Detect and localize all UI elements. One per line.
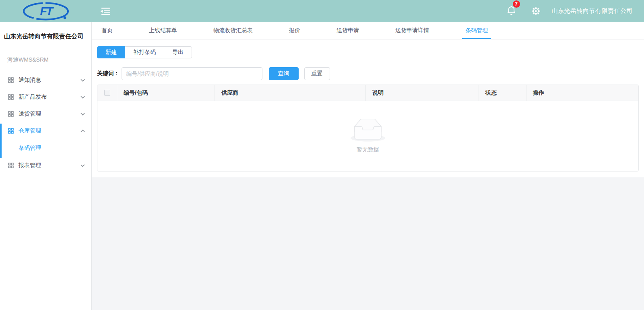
table-header-row: 编号/包码 供应商 说明 状态 操作	[97, 85, 638, 101]
sidebar-item-warehouse[interactable]: 仓库管理	[0, 122, 91, 139]
toolbar: 新建 补打条码 导出	[97, 46, 192, 58]
tab-barcode-management[interactable]: 条码管理	[465, 22, 488, 39]
export-button[interactable]: 导出	[164, 46, 192, 58]
current-company-name[interactable]: 山东光岳转向节有限责任公司	[552, 7, 633, 15]
sidebar-item-label: 新产品发布	[19, 93, 80, 101]
keyword-input[interactable]	[122, 67, 262, 80]
sidebar: 山东光岳转向节有限责任公司 海通WMS&SRM 通知消息	[0, 22, 92, 310]
column-header-description: 说明	[365, 85, 479, 101]
sidebar-company-name: 山东光岳转向节有限责任公司	[0, 22, 91, 40]
notification-badge: 7	[513, 0, 520, 8]
select-all-cell	[97, 85, 117, 101]
reprint-barcode-button[interactable]: 补打条码	[125, 46, 164, 58]
tab-bar: 首页 上线结算单 物流收货汇总表 报价 送货申请 送货申请详情 条码管理	[92, 22, 644, 39]
sidebar-subitem-label: 条码管理	[19, 145, 41, 152]
grid-icon	[8, 94, 14, 100]
logo-text: FT	[40, 5, 54, 18]
keyword-label: 关键词 :	[97, 70, 118, 77]
sidebar-item-new-product[interactable]: 新产品发布	[0, 89, 91, 105]
reset-button[interactable]: 重置	[304, 67, 330, 80]
empty-state-text: 暂无数据	[357, 146, 379, 153]
column-header-supplier: 供应商	[215, 85, 365, 101]
empty-tray-icon	[349, 119, 386, 143]
empty-state: 暂无数据	[97, 101, 638, 171]
select-all-checkbox[interactable]	[104, 90, 110, 96]
grid-icon	[8, 128, 14, 134]
tab-delivery-request[interactable]: 送货申请	[336, 22, 359, 39]
sidebar-menu: 通知消息 新产品发布	[0, 72, 91, 174]
barcode-table: 编号/包码 供应商 说明 状态 操作 暂无数据	[97, 85, 639, 172]
chevron-down-icon	[80, 79, 85, 82]
grid-icon	[8, 163, 14, 168]
query-button[interactable]: 查询	[269, 67, 299, 80]
search-bar: 关键词 : 查询 重置	[97, 67, 639, 80]
sidebar-item-reports[interactable]: 报表管理	[0, 157, 91, 174]
active-menu-indicator	[0, 124, 2, 158]
column-header-code: 编号/包码	[117, 85, 215, 101]
sidebar-item-notifications[interactable]: 通知消息	[0, 72, 91, 89]
content-card: 新建 补打条码 导出 关键词 : 查询 重置 编号/包码 供应商 说明	[92, 39, 644, 177]
chevron-down-icon	[80, 113, 85, 116]
notifications-bell-icon[interactable]: 7	[507, 5, 516, 17]
tab-home[interactable]: 首页	[101, 22, 113, 39]
content-background	[92, 177, 644, 310]
column-header-status: 状态	[479, 85, 526, 101]
tab-delivery-request-detail[interactable]: 送货申请详情	[395, 22, 429, 39]
sidebar-item-label: 送货管理	[19, 110, 80, 118]
sidebar-fold-icon[interactable]	[100, 7, 110, 15]
grid-icon	[8, 111, 14, 117]
settings-gear-icon[interactable]	[531, 6, 541, 16]
main-area: 首页 上线结算单 物流收货汇总表 报价 送货申请 送货申请详情 条码管理 新建 …	[92, 22, 644, 310]
company-logo-icon: FT	[22, 2, 70, 21]
sidebar-subitem-barcode[interactable]: 条码管理	[0, 139, 91, 157]
logo-zone: FT	[0, 0, 92, 22]
sidebar-item-label: 通知消息	[19, 76, 80, 84]
app-header: FT 7 山东光岳转向节有限责	[0, 0, 644, 22]
sidebar-item-delivery[interactable]: 送货管理	[0, 105, 91, 122]
tab-logistics-summary[interactable]: 物流收货汇总表	[213, 22, 253, 39]
chevron-up-icon	[80, 130, 85, 132]
tab-quotation[interactable]: 报价	[289, 22, 300, 39]
system-name: 海通WMS&SRM	[0, 40, 91, 64]
sidebar-item-label: 仓库管理	[19, 127, 80, 134]
new-button[interactable]: 新建	[97, 46, 125, 58]
sidebar-item-label: 报表管理	[19, 162, 80, 169]
chevron-down-icon	[80, 164, 85, 167]
chevron-down-icon	[80, 96, 85, 99]
tab-online-settlement[interactable]: 上线结算单	[149, 22, 177, 39]
column-header-actions: 操作	[526, 85, 638, 101]
grid-icon	[8, 77, 14, 83]
